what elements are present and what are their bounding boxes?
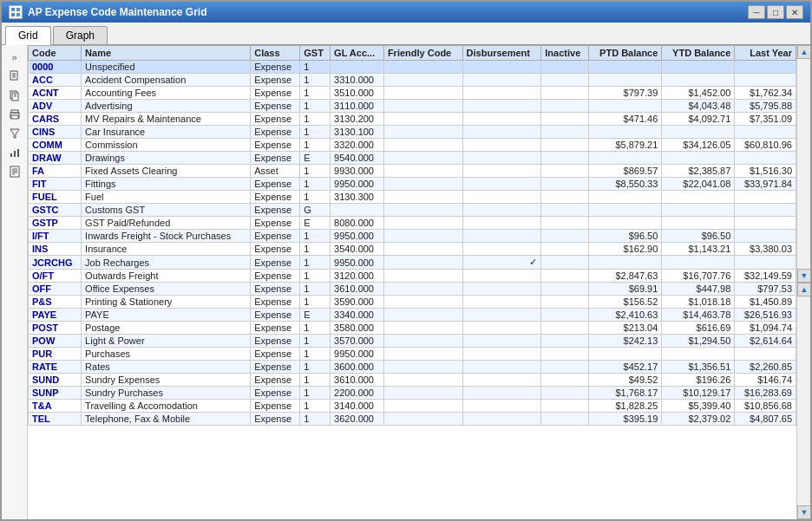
- col-ptd-balance[interactable]: PTD Balance: [589, 46, 662, 61]
- document2-icon[interactable]: [6, 87, 23, 104]
- cell-disbursement: [462, 191, 541, 204]
- cell-friendly_code: [383, 217, 462, 230]
- table-row[interactable]: POSTPostageExpense13580.000$213.04$616.6…: [29, 322, 796, 335]
- cell-friendly_code: [383, 387, 462, 400]
- cell-name: GST Paid/Refunded: [82, 217, 251, 230]
- cell-inactive: [541, 61, 589, 74]
- scroll-wrapper[interactable]: Code Name Class GST GL Acc... Friendly C…: [28, 45, 796, 519]
- table-row[interactable]: FAFixed Assets ClearingAsset19930.000$86…: [29, 165, 796, 178]
- cell-name: Accident Compensation: [82, 74, 251, 87]
- table-row[interactable]: ACCAccident CompensationExpense13310.000: [29, 74, 796, 87]
- table-row[interactable]: ACNTAccounting FeesExpense13510.000$797.…: [29, 87, 796, 100]
- col-ytd-balance[interactable]: YTD Balance: [662, 46, 735, 61]
- cell-disbursement: [462, 87, 541, 100]
- cell-class: Expense: [251, 191, 300, 204]
- table-row[interactable]: SUNPSundry PurchasesExpense12200.000$1,7…: [29, 387, 796, 400]
- cell-name: Commission: [82, 139, 251, 152]
- title-bar-left: AP Expense Code Maintenance Grid: [9, 5, 207, 19]
- col-friendly-code[interactable]: Friendly Code: [383, 46, 462, 61]
- cell-gst: 1: [300, 348, 331, 361]
- cell-ptd_balance: $96.50: [589, 230, 662, 243]
- col-last-year[interactable]: Last Year: [735, 46, 796, 61]
- cell-last_year: $16,283.69: [735, 387, 796, 400]
- document-icon[interactable]: [6, 68, 23, 85]
- table-row[interactable]: FITFittingsExpense19950.000$8,550.33$22,…: [29, 178, 796, 191]
- document3-icon[interactable]: [6, 163, 23, 180]
- col-disbursement[interactable]: Disbursement: [462, 46, 541, 61]
- scroll-down-btn2[interactable]: ▼: [797, 505, 810, 519]
- cell-last_year: $1,762.34: [735, 87, 796, 100]
- col-inactive[interactable]: Inactive: [541, 46, 589, 61]
- table-row[interactable]: GSTPGST Paid/RefundedExpenseE8080.000: [29, 217, 796, 230]
- table-row[interactable]: COMMCommissionExpense13320.000$5,879.21$…: [29, 139, 796, 152]
- table-row[interactable]: 0000UnspecifiedExpense1: [29, 61, 796, 74]
- col-gl-acc[interactable]: GL Acc...: [331, 46, 384, 61]
- right-scrollbars: ▲ ▼ ▲ ▼: [796, 45, 810, 519]
- chart-icon[interactable]: [6, 144, 23, 161]
- cell-gst: 1: [300, 74, 331, 87]
- table-row[interactable]: I/FTInwards Freight - Stock PurchasesExp…: [29, 230, 796, 243]
- scroll-track-top[interactable]: [797, 59, 810, 269]
- cell-inactive: [541, 243, 589, 256]
- cell-ytd_balance: [662, 126, 735, 139]
- tab-graph[interactable]: Graph: [53, 26, 108, 44]
- table-row[interactable]: DRAWDrawingsExpenseE9540.000: [29, 152, 796, 165]
- table-row[interactable]: T&ATravelling & AccomodationExpense13140…: [29, 400, 796, 413]
- table-row[interactable]: SUNDSundry ExpensesExpense13610.000$49.5…: [29, 374, 796, 387]
- double-arrow-right-icon[interactable]: »: [6, 49, 23, 66]
- cell-ptd_balance: $69.91: [589, 283, 662, 296]
- cell-disbursement: [462, 322, 541, 335]
- table-row[interactable]: ADVAdvertisingExpense13110.000$4,043.48$…: [29, 100, 796, 113]
- cell-disbursement: [462, 361, 541, 374]
- close-button[interactable]: ✕: [786, 5, 803, 19]
- cell-inactive: [541, 348, 589, 361]
- printer-icon[interactable]: [6, 106, 23, 123]
- cell-code: FA: [29, 165, 82, 178]
- scroll-up-btn[interactable]: ▲: [797, 45, 810, 59]
- table-row[interactable]: INSInsuranceExpense13540.000$162.90$1,14…: [29, 243, 796, 256]
- cell-ptd_balance: $2,410.63: [589, 309, 662, 322]
- cell-code: P&S: [29, 296, 82, 309]
- cell-ytd_balance: $4,043.48: [662, 100, 735, 113]
- cell-friendly_code: [383, 361, 462, 374]
- table-row[interactable]: FUELFuelExpense13130.300: [29, 191, 796, 204]
- cell-gst: 1: [300, 165, 331, 178]
- cell-ytd_balance: $2,379.02: [662, 413, 735, 426]
- scroll-down-btn1[interactable]: ▼: [797, 269, 810, 283]
- cell-code: ADV: [29, 100, 82, 113]
- col-gst[interactable]: GST: [300, 46, 331, 61]
- cell-friendly_code: [383, 230, 462, 243]
- maximize-button[interactable]: □: [767, 5, 784, 19]
- table-row[interactable]: POWLight & PowerExpense13570.000$242.13$…: [29, 335, 796, 348]
- cell-name: Light & Power: [82, 335, 251, 348]
- minimize-button[interactable]: ─: [748, 5, 765, 19]
- table-row[interactable]: RATERatesExpense13600.000$452.17$1,356.5…: [29, 361, 796, 374]
- filter-icon[interactable]: [6, 125, 23, 142]
- col-name[interactable]: Name: [82, 46, 251, 61]
- table-row[interactable]: CINSCar InsuranceExpense13130.100: [29, 126, 796, 139]
- table-row[interactable]: JCRCHGJob RechargesExpense19950.000✓: [29, 256, 796, 270]
- cell-name: Travelling & Accomodation: [82, 400, 251, 413]
- table-row[interactable]: O/FTOutwards FreightExpense13120.000$2,8…: [29, 270, 796, 283]
- table-row[interactable]: TELTelephone, Fax & MobileExpense13620.0…: [29, 413, 796, 426]
- table-row[interactable]: PURPurchasesExpense19950.000: [29, 348, 796, 361]
- table-row[interactable]: OFFOffice ExpensesExpense13610.000$69.91…: [29, 283, 796, 296]
- table-row[interactable]: GSTCCustoms GSTExpenseG: [29, 204, 796, 217]
- cell-ytd_balance: $447.98: [662, 283, 735, 296]
- scroll-track-bottom[interactable]: [797, 296, 810, 506]
- scroll-up-btn2[interactable]: ▲: [797, 283, 810, 296]
- cell-ptd_balance: [589, 348, 662, 361]
- cell-ytd_balance: $1,356.51: [662, 361, 735, 374]
- bottom-scroll-section: ▲ ▼: [796, 283, 810, 520]
- cell-inactive: [541, 87, 589, 100]
- cell-ytd_balance: $96.50: [662, 230, 735, 243]
- col-class[interactable]: Class: [251, 46, 300, 61]
- cell-gl_acc: 3570.000: [331, 335, 384, 348]
- table-row[interactable]: P&SPrinting & StationeryExpense13590.000…: [29, 296, 796, 309]
- cell-disbursement: [462, 309, 541, 322]
- col-code[interactable]: Code: [29, 46, 82, 61]
- cell-last_year: $3,380.03: [735, 243, 796, 256]
- tab-grid[interactable]: Grid: [5, 26, 51, 45]
- table-row[interactable]: PAYEPAYEExpenseE3340.000$2,410.63$14,463…: [29, 309, 796, 322]
- table-row[interactable]: CARSMV Repairs & MaintenanceExpense13130…: [29, 113, 796, 126]
